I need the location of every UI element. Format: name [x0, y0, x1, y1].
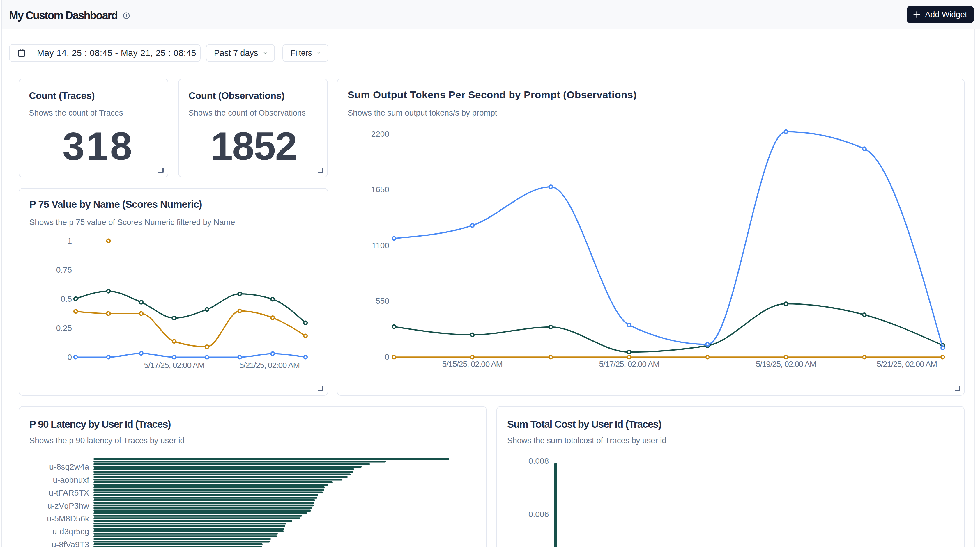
svg-text:0.75: 0.75 [56, 265, 72, 274]
svg-text:5/19/25, 02:00 AM: 5/19/25, 02:00 AM [756, 360, 816, 369]
svg-text:u-8sq2w4a: u-8sq2w4a [49, 462, 89, 471]
svg-text:0.5: 0.5 [60, 295, 72, 303]
svg-text:0: 0 [385, 352, 389, 361]
svg-text:u-8fVa9T3: u-8fVa9T3 [51, 540, 89, 547]
svg-text:0.25: 0.25 [56, 323, 72, 333]
svg-text:1100: 1100 [372, 241, 389, 250]
svg-text:u-aobnuxf: u-aobnuxf [53, 476, 89, 484]
svg-text:550: 550 [375, 296, 389, 306]
svg-text:0: 0 [68, 353, 72, 361]
svg-text:5/17/25, 02:00 AM: 5/17/25, 02:00 AM [599, 360, 659, 369]
svg-text:2200: 2200 [371, 130, 389, 138]
svg-text:0.006: 0.006 [528, 510, 549, 519]
svg-text:u-5M8D56k: u-5M8D56k [47, 514, 89, 523]
svg-text:1650: 1650 [371, 185, 389, 194]
svg-text:1: 1 [68, 236, 72, 245]
svg-text:5/15/25, 02:00 AM: 5/15/25, 02:00 AM [442, 360, 503, 369]
svg-text:0.008: 0.008 [528, 457, 549, 466]
svg-text:u-d3qr5cg: u-d3qr5cg [52, 527, 89, 536]
svg-text:u-zVqP3hw: u-zVqP3hw [48, 501, 89, 511]
svg-text:5/21/25, 02:00 AM: 5/21/25, 02:00 AM [239, 361, 299, 370]
svg-text:u-tFAR5TX: u-tFAR5TX [49, 488, 89, 497]
svg-text:5/21/25, 02:00 AM: 5/21/25, 02:00 AM [877, 360, 937, 369]
svg-text:5/17/25, 02:00 AM: 5/17/25, 02:00 AM [144, 361, 204, 370]
